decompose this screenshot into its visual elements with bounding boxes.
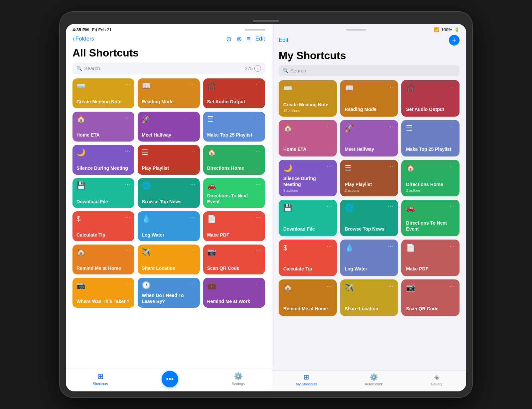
shortcut-card-right-reading-mode[interactable]: 📖 ··· Reading Mode xyxy=(340,80,398,117)
filter-icon[interactable]: ⊜ xyxy=(236,35,242,43)
edit-button-left[interactable]: Edit xyxy=(255,36,265,42)
shortcut-card-right-browse-top-news[interactable]: 🌐 ··· Browse Top News xyxy=(340,200,398,236)
tab-my-shortcuts[interactable]: ⊞ My Shortcuts xyxy=(296,373,317,386)
shortcut-card-right-download-file[interactable]: 💾 ··· Download File xyxy=(279,200,337,236)
shortcut-card-remind-me-at-home[interactable]: 🏠 ··· Remind Me at Home xyxy=(72,245,134,274)
card-menu-set-audio-output[interactable]: ··· xyxy=(256,82,261,88)
card-menu-silence-during-meeting[interactable]: ··· xyxy=(327,164,332,170)
card-menu-meet-halfway[interactable]: ··· xyxy=(190,115,196,121)
card-menu-remind-me-at-work[interactable]: ··· xyxy=(256,281,261,287)
card-menu-home-eta[interactable]: ··· xyxy=(125,115,130,121)
gallery-tab-icon: ◈ xyxy=(434,373,439,381)
shortcut-card-remind-me-at-work[interactable]: 💼 ··· Remind Me at Work xyxy=(203,278,265,308)
edit-button-right[interactable]: Edit xyxy=(279,37,288,44)
shortcut-card-right-scan-qr-code[interactable]: 📷 ··· Scan QR Code xyxy=(401,279,460,316)
shortcut-card-calculate-tip[interactable]: $ ··· Calculate Tip xyxy=(72,211,134,241)
card-menu-meet-halfway[interactable]: ··· xyxy=(388,124,393,130)
search-icon-right: 🔍 xyxy=(283,68,288,73)
card-menu-download-file[interactable]: ··· xyxy=(125,181,130,187)
card-menu-remind-me-at-home[interactable]: ··· xyxy=(125,248,130,254)
card-menu-log-water[interactable]: ··· xyxy=(190,215,196,221)
tab-settings-left[interactable]: ⚙️ Settings xyxy=(232,372,245,386)
card-menu-home-eta[interactable]: ··· xyxy=(327,124,332,130)
add-shortcut-button[interactable]: + xyxy=(449,35,460,46)
shortcut-card-where-was-this-taken[interactable]: 📷 ··· Where Was This Taken? xyxy=(72,278,134,308)
card-menu-calculate-tip[interactable]: ··· xyxy=(327,244,332,250)
card-menu-scan-qr-code[interactable]: ··· xyxy=(450,283,455,289)
card-menu-when-do-i-need-to-leave[interactable]: ··· xyxy=(190,281,196,287)
shortcut-card-right-make-top-25-playlist[interactable]: ☰ ··· Make Top 25 Playlist xyxy=(401,120,460,156)
search-icon[interactable]: ⊙ xyxy=(226,35,232,43)
shortcut-card-right-log-water[interactable]: 💧 ··· Log Water xyxy=(340,240,398,276)
left-search-bar[interactable]: 🔍 Search 275 ↑ xyxy=(72,62,265,74)
card-top: 🕐 ··· xyxy=(142,281,196,290)
shortcut-card-reading-mode[interactable]: 📖 ··· Reading Mode xyxy=(138,78,200,108)
card-icon-share-location: ✈️ xyxy=(142,248,151,256)
card-menu-make-pdf[interactable]: ··· xyxy=(450,244,455,250)
shortcut-card-download-file[interactable]: 💾 ··· Download File xyxy=(72,178,134,208)
card-menu-reading-mode[interactable]: ··· xyxy=(190,82,196,88)
card-menu-create-meeting-note[interactable]: ··· xyxy=(125,82,130,88)
card-menu-make-top-25-playlist[interactable]: ··· xyxy=(256,115,261,121)
tab-shortcuts-left[interactable]: ⊞ Shortcuts xyxy=(92,372,108,386)
shortcut-card-right-share-location[interactable]: ✈️ ··· Share Location xyxy=(340,279,398,316)
card-menu-share-location[interactable]: ··· xyxy=(190,248,196,254)
shortcut-card-right-silence-during-meeting[interactable]: 🌙 ··· Silence During Meeting 9 actions xyxy=(279,160,337,196)
shortcut-card-right-directions-to-next-event[interactable]: 🚗 ··· Directions To Next Event xyxy=(401,200,460,236)
shortcut-card-right-directions-home[interactable]: 🏠 ··· Directions Home 2 actions xyxy=(401,160,460,196)
shortcut-card-home-eta[interactable]: 🏠 ··· Home ETA xyxy=(72,112,134,142)
tab-gallery[interactable]: ◈ Gallery xyxy=(431,373,443,386)
tab-automation[interactable]: ⚙️ Automation xyxy=(365,373,383,386)
card-menu-browse-top-news[interactable]: ··· xyxy=(388,204,393,210)
card-menu-browse-top-news[interactable]: ··· xyxy=(190,181,196,187)
shortcut-card-make-top-25-playlist[interactable]: ☰ ··· Make Top 25 Playlist xyxy=(203,112,265,142)
card-menu-silence-during-meeting[interactable]: ··· xyxy=(125,148,130,154)
card-menu-make-pdf[interactable]: ··· xyxy=(256,215,261,221)
card-menu-calculate-tip[interactable]: ··· xyxy=(125,215,130,221)
shortcut-card-directions-home[interactable]: 🏠 ··· Directions Home xyxy=(203,145,265,175)
shortcut-card-share-location[interactable]: ✈️ ··· Share Location xyxy=(138,245,200,274)
card-menu-share-location[interactable]: ··· xyxy=(388,283,393,289)
card-menu-play-playlist[interactable]: ··· xyxy=(388,164,393,170)
shortcut-card-right-remind-me-at-home[interactable]: 🏠 ··· Remind Me at Home xyxy=(279,279,337,316)
list-icon[interactable]: ≡ xyxy=(247,35,251,43)
shortcut-card-when-do-i-need-to-leave[interactable]: 🕐 ··· When Do I Need To Leave By? xyxy=(138,278,200,308)
card-title-share-location: Share Location xyxy=(345,306,394,312)
shortcut-card-log-water[interactable]: 💧 ··· Log Water xyxy=(138,211,200,241)
card-menu-set-audio-output[interactable]: ··· xyxy=(450,84,455,90)
card-menu-create-meeting-note[interactable]: ··· xyxy=(327,84,332,90)
card-menu-play-playlist[interactable]: ··· xyxy=(190,148,196,154)
card-menu-directions-home[interactable]: ··· xyxy=(450,164,455,170)
shortcut-card-silence-during-meeting[interactable]: 🌙 ··· Silence During Meeting xyxy=(72,145,134,175)
shortcut-card-meet-halfway[interactable]: 🚀 ··· Meet Halfway xyxy=(138,112,200,142)
shortcut-card-right-create-meeting-note[interactable]: ⌨️ ··· Create Meeting Note 16 actions xyxy=(279,80,337,117)
shortcut-card-play-playlist[interactable]: ☰ ··· Play Playlist xyxy=(138,145,200,175)
card-icon-reading-mode: 📖 xyxy=(345,84,354,93)
shortcut-card-right-play-playlist[interactable]: ☰ ··· Play Playlist 2 actions xyxy=(340,160,398,196)
fab-button[interactable]: ••• xyxy=(162,371,178,387)
shortcut-card-right-set-audio-output[interactable]: 🎧 ··· Set Audio Output xyxy=(401,80,460,117)
card-menu-reading-mode[interactable]: ··· xyxy=(388,84,393,90)
shortcut-card-set-audio-output[interactable]: 🎧 ··· Set Audio Output xyxy=(203,78,265,108)
shortcut-card-directions-to-next-event[interactable]: 🚗 ··· Directions To Next Event xyxy=(203,178,265,208)
card-menu-log-water[interactable]: ··· xyxy=(388,244,393,250)
card-menu-directions-to-next-event[interactable]: ··· xyxy=(256,181,261,187)
shortcut-card-browse-top-news[interactable]: 🌐 ··· Browse Top News xyxy=(138,178,200,208)
card-menu-scan-qr-code[interactable]: ··· xyxy=(256,248,261,254)
shortcut-card-right-meet-halfway[interactable]: 🚀 ··· Meet Halfway xyxy=(340,120,398,156)
card-menu-remind-me-at-home[interactable]: ··· xyxy=(327,283,332,289)
shortcut-card-right-home-eta[interactable]: 🏠 ··· Home ETA xyxy=(279,120,337,156)
shortcut-card-scan-qr-code[interactable]: 📷 ··· Scan QR Code xyxy=(203,245,265,274)
card-menu-directions-home[interactable]: ··· xyxy=(256,148,261,154)
shortcut-card-create-meeting-note[interactable]: ⌨️ ··· Create Meeting Note xyxy=(72,78,134,108)
card-menu-directions-to-next-event[interactable]: ··· xyxy=(450,204,455,210)
fab-dots-icon: ••• xyxy=(166,375,174,383)
card-menu-where-was-this-taken[interactable]: ··· xyxy=(125,281,130,287)
shortcut-card-right-make-pdf[interactable]: 📄 ··· Make PDF xyxy=(401,240,460,276)
right-search-bar[interactable]: 🔍 Search xyxy=(279,65,460,76)
shortcut-card-right-calculate-tip[interactable]: $ ··· Calculate Tip xyxy=(279,240,337,276)
card-menu-make-top-25-playlist[interactable]: ··· xyxy=(450,124,455,130)
card-menu-download-file[interactable]: ··· xyxy=(327,204,332,210)
shortcut-card-make-pdf[interactable]: 📄 ··· Make PDF xyxy=(203,211,265,241)
back-button[interactable]: ‹ Folders xyxy=(72,35,94,43)
